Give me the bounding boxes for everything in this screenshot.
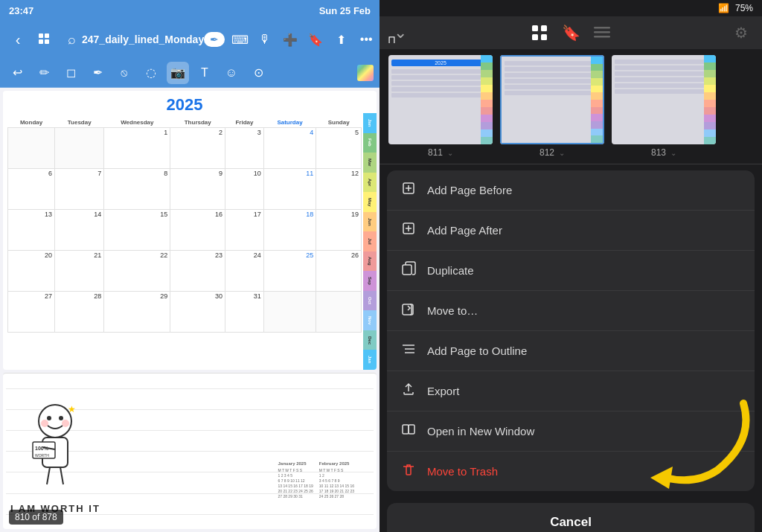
right-panel: 📶 75% ⌄ 🔖 ⚙ — [380, 0, 762, 532]
undo-button[interactable]: ↩ — [6, 62, 28, 84]
svg-text:★: ★ — [68, 404, 76, 414]
open-in-new-window-label: Open in New Window — [427, 425, 534, 438]
col-thursday: Thursday — [170, 118, 225, 128]
search-button[interactable]: ⌕ — [61, 29, 82, 50]
outline-icon — [400, 342, 417, 360]
color-tool[interactable] — [357, 65, 374, 81]
calendar-year: 2025 — [7, 95, 362, 115]
svg-rect-18 — [541, 25, 547, 31]
microphone-button[interactable]: 🎙 — [254, 29, 275, 50]
month-tab-jun[interactable]: Jun — [363, 212, 377, 232]
table-row: 27 28 29 30 31 — [8, 292, 362, 333]
sticker-tool[interactable]: ☺ — [220, 62, 243, 84]
share-button[interactable]: ⬆ — [330, 29, 351, 50]
wifi-icon: 📶 — [718, 3, 729, 13]
bookmark-view-button[interactable]: 🔖 — [559, 21, 583, 45]
month-tab-mar[interactable]: Mar — [363, 153, 377, 173]
character-illustration: 100% WORTH ★ I AM WORTH IT — [10, 399, 100, 514]
export-button[interactable]: Export — [387, 371, 755, 411]
pen-icon: ✒ — [204, 32, 225, 47]
month-tab-dec[interactable]: Dec — [363, 330, 377, 350]
table-row: 20 21 22 23 24 25 26 — [8, 251, 362, 292]
more-button[interactable]: ••• — [356, 29, 377, 50]
thumb-img-811: 2025 — [388, 55, 493, 144]
thumb-img-812 — [500, 55, 604, 144]
month-tab-feb[interactable]: Feb — [363, 133, 377, 153]
move-to-button[interactable]: Move to… — [387, 291, 755, 331]
thumb-img-813 — [612, 55, 716, 144]
col-saturday: Saturday — [263, 118, 316, 128]
svg-line-14 — [47, 467, 50, 484]
svg-rect-3 — [45, 39, 49, 44]
col-monday: Monday — [8, 118, 55, 128]
month-tab-oct[interactable]: Oct — [363, 291, 377, 311]
add-page-before-button[interactable]: Add Page Before — [387, 170, 755, 211]
thumbnail-812[interactable]: 812 ⌄ — [500, 55, 604, 158]
list-view-button[interactable] — [590, 21, 614, 45]
col-tuesday: Tuesday — [55, 118, 104, 128]
month-tab-jan[interactable]: Jan — [363, 113, 377, 133]
battery-label: 75% — [735, 3, 753, 13]
open-in-new-window-button[interactable]: Open in New Window — [387, 411, 755, 452]
settings-icon[interactable]: ⚙ — [729, 21, 753, 45]
pages-button[interactable] — [34, 29, 55, 50]
table-row: 13 14 15 16 17 18 19 — [8, 210, 362, 251]
month-tab-apr[interactable]: Apr — [363, 173, 377, 193]
calendar-grid: Monday Tuesday Wednesday Thursday Friday… — [7, 118, 362, 333]
right-top-bar: ⌄ 🔖 ⚙ — [380, 16, 762, 49]
context-menu: Add Page Before Add Page After — [387, 170, 755, 491]
highlighter-tool[interactable]: ✒ — [86, 62, 109, 84]
pencil-tool[interactable]: ✏ — [33, 62, 55, 84]
svg-rect-2 — [39, 39, 43, 44]
thumbnail-811[interactable]: 2025 — [388, 55, 493, 158]
lasso-tool[interactable]: ⍉ — [113, 62, 135, 84]
scan-tool[interactable]: ⊙ — [247, 62, 269, 84]
keyboard-button[interactable]: ⌨ — [229, 29, 250, 50]
cancel-button[interactable]: Cancel — [387, 503, 755, 532]
add-before-icon — [400, 181, 417, 199]
right-status-bar: 📶 75% — [380, 0, 762, 16]
grid-view-button[interactable] — [528, 21, 551, 45]
document-area: 2025 Monday Tuesday Wednesday Thursday F… — [0, 88, 380, 532]
eraser-tool[interactable]: ◻ — [60, 62, 82, 84]
context-menu-wrapper: Add Page Before Add Page After — [380, 164, 762, 532]
add-to-outline-label: Add Page to Outline — [427, 344, 527, 357]
move-to-label: Move to… — [427, 304, 478, 317]
month-tab-nov[interactable]: Nov — [363, 310, 377, 330]
thumb-label-811: 811 ⌄ — [428, 147, 453, 158]
character-svg: 100% WORTH ★ — [14, 399, 96, 503]
svg-rect-31 — [403, 304, 412, 315]
document-title: 247_daily_lined_Monday — [82, 33, 204, 45]
bookmark-button[interactable]: 🔖 — [305, 29, 326, 50]
svg-rect-21 — [594, 27, 610, 29]
svg-line-15 — [60, 467, 63, 484]
table-row: 1 2 3 4 5 — [8, 128, 362, 169]
thumb-label-813: 813 ⌄ — [651, 147, 676, 158]
month-tab-jan2[interactable]: Jan — [363, 350, 377, 370]
thumbnail-813[interactable]: 813 ⌄ — [612, 55, 716, 158]
month-tab-sep[interactable]: Sep — [363, 271, 377, 291]
svg-rect-22 — [594, 31, 610, 33]
pen-button[interactable]: ✒ — [204, 29, 225, 50]
move-to-trash-button[interactable]: Move to Trash — [387, 452, 755, 491]
month-tab-may[interactable]: May — [363, 192, 377, 212]
image-tool[interactable]: 📷 — [167, 62, 189, 84]
month-tabs: Jan Feb Mar Apr May Jun Jul Aug Sep Oct … — [363, 113, 377, 370]
back-button[interactable]: ‹ — [7, 29, 28, 50]
add-page-after-button[interactable]: Add Page After — [387, 211, 755, 251]
col-friday: Friday — [225, 118, 264, 128]
shape-tool[interactable]: ◌ — [140, 62, 162, 84]
month-tab-jul[interactable]: Jul — [363, 231, 377, 251]
bottom-section: 100% WORTH ★ I AM WORTH IT January 2025 … — [3, 373, 377, 529]
mirror-button[interactable]: ⊓ — [381, 29, 402, 50]
move-to-trash-label: Move to Trash — [427, 465, 498, 478]
duplicate-button[interactable]: Duplicate — [387, 251, 755, 291]
template-tool[interactable]: T — [193, 62, 216, 84]
add-to-outline-button[interactable]: Add Page to Outline — [387, 331, 755, 371]
month-tab-aug[interactable]: Aug — [363, 251, 377, 272]
insert-button[interactable]: ➕ — [280, 29, 301, 50]
svg-point-8 — [62, 420, 69, 427]
svg-rect-30 — [403, 265, 412, 275]
move-icon — [400, 301, 417, 320]
svg-rect-36 — [409, 425, 414, 434]
